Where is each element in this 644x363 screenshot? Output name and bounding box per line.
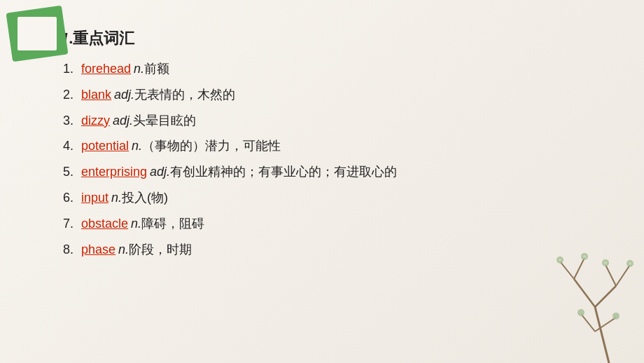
svg-point-13	[578, 309, 584, 316]
vocab-word-2: blank	[81, 85, 111, 105]
svg-line-5	[616, 265, 630, 286]
vocab-word-6: input	[81, 188, 108, 208]
svg-line-3	[560, 261, 574, 279]
vocab-word-1: forehead	[81, 59, 131, 79]
plant-decoration	[546, 251, 644, 363]
vocab-word-8: phase	[81, 240, 115, 260]
item-num-4: 4.	[63, 136, 78, 156]
vocab-item-5: 5.enterprisingadj.有创业精神的；有事业心的；有进取心的	[63, 162, 602, 182]
vocab-pos-8: n.	[118, 242, 129, 256]
item-num-8: 8.	[63, 240, 78, 260]
vocab-word-5: enterprising	[81, 162, 147, 182]
svg-line-2	[595, 286, 616, 307]
section-title-text: 重点词汇	[73, 29, 134, 47]
vocab-item-3: 3.dizzyadj.头晕目眩的	[63, 111, 602, 131]
svg-point-18	[604, 261, 607, 264]
vocab-def-4: n.（事物的）潜力，可能性	[132, 136, 281, 156]
item-num-3: 3.	[63, 111, 78, 131]
vocab-pos-3: adj.	[113, 114, 133, 128]
vocab-pos-1: n.	[134, 62, 144, 76]
svg-point-14	[612, 313, 620, 320]
svg-line-7	[581, 314, 595, 331]
plant-svg	[546, 251, 644, 363]
logo-inner-square	[18, 17, 57, 50]
svg-point-16	[583, 255, 586, 258]
svg-line-0	[595, 307, 609, 363]
slide-container: I.重点词汇 1.foreheadn.前额2.blankadj.无表情的，木然的…	[0, 0, 644, 363]
vocab-word-4: potential	[81, 136, 129, 156]
vocab-pos-7: n.	[131, 217, 141, 231]
svg-point-15	[559, 259, 561, 261]
vocab-pos-2: adj.	[114, 88, 134, 102]
svg-line-4	[574, 258, 584, 279]
item-num-1: 1.	[63, 59, 78, 79]
item-num-5: 5.	[63, 162, 78, 182]
vocab-def-1: n.前额	[134, 59, 169, 79]
vocab-pos-5: adj.	[150, 165, 170, 179]
item-num-7: 7.	[63, 214, 78, 234]
vocab-def-8: n.阶段，时期	[118, 240, 192, 260]
vocab-pos-6: n.	[111, 191, 122, 205]
svg-line-6	[606, 265, 616, 286]
vocab-item-7: 7.obstaclen.障碍，阻碍	[63, 214, 602, 234]
vocab-word-3: dizzy	[81, 111, 110, 131]
vocab-list: 1.foreheadn.前额2.blankadj.无表情的，木然的3.dizzy…	[56, 59, 602, 259]
vocab-pos-4: n.	[132, 139, 142, 153]
section-title: I.重点词汇	[56, 28, 602, 49]
vocab-def-5: adj.有创业精神的；有事业心的；有进取心的	[150, 162, 397, 182]
vocab-item-1: 1.foreheadn.前额	[63, 59, 602, 79]
item-num-2: 2.	[63, 85, 78, 105]
item-num-6: 6.	[63, 188, 78, 208]
vocab-def-6: n.投入(物)	[111, 188, 168, 208]
vocab-item-4: 4.potentialn.（事物的）潜力，可能性	[63, 136, 602, 156]
vocab-item-2: 2.blankadj.无表情的，木然的	[63, 85, 602, 105]
vocab-item-6: 6.inputn.投入(物)	[63, 188, 602, 208]
svg-line-1	[574, 279, 595, 307]
vocab-item-8: 8.phasen.阶段，时期	[63, 240, 602, 260]
vocab-def-7: n.障碍，阻碍	[131, 214, 204, 234]
svg-point-17	[629, 262, 631, 265]
vocab-word-7: obstacle	[81, 214, 128, 234]
logo	[6, 6, 69, 62]
vocab-def-2: adj.无表情的，木然的	[114, 85, 235, 105]
vocab-def-3: adj.头晕目眩的	[113, 111, 196, 131]
